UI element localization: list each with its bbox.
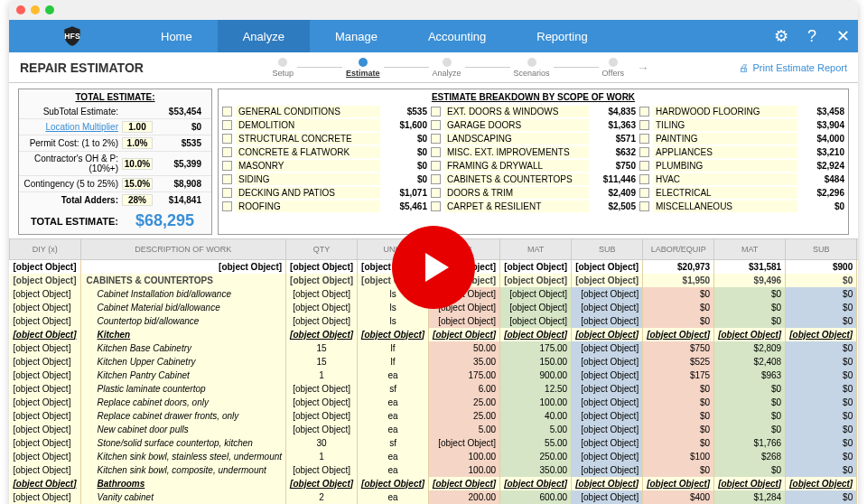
step-scenarios[interactable]: Scenarios <box>514 58 550 78</box>
scope-checkbox[interactable] <box>639 174 649 184</box>
scope-checkbox[interactable] <box>431 134 441 144</box>
scope-checkbox[interactable] <box>639 147 649 157</box>
scope-checkbox[interactable] <box>639 161 649 171</box>
table-cell: 200.00 <box>429 490 500 504</box>
table-cell: $0 <box>857 396 858 409</box>
scope-item-name[interactable]: HARDWOOD FLOORING <box>653 106 797 117</box>
close-icon[interactable]: ✕ <box>827 20 858 52</box>
table-cell: Kitchen <box>80 328 286 341</box>
scope-checkbox[interactable] <box>222 107 232 117</box>
table-cell: $0 <box>786 382 857 396</box>
scope-item-name[interactable]: ROOFING <box>236 201 380 212</box>
help-icon[interactable]: ? <box>797 20 827 52</box>
column-header[interactable]: DESCRIPTION OF WORK <box>80 239 286 260</box>
estimate-row-label[interactable]: Location Multiplier <box>23 122 122 132</box>
scope-item-name[interactable]: ELECTRICAL <box>653 187 797 199</box>
scope-checkbox[interactable] <box>639 134 649 144</box>
table-cell: ls <box>358 314 429 328</box>
scope-item-name[interactable]: DECKING AND PATIOS <box>236 187 380 199</box>
column-header[interactable]: MAT <box>714 239 786 260</box>
table-cell: $400 <box>643 490 714 504</box>
table-cell: [object Object] <box>286 382 358 396</box>
scope-item-name[interactable]: STRUCTURAL CONCRETE <box>236 133 380 145</box>
estimate-pct-input[interactable]: 1.00 <box>122 121 153 133</box>
scope-item-name[interactable]: DEMOLITION <box>236 119 380 131</box>
scope-item-name[interactable]: PAINTING <box>653 133 797 145</box>
scope-checkbox[interactable] <box>222 174 232 184</box>
print-report-button[interactable]: 🖨 Print Estimate Report <box>739 62 847 73</box>
table-cell: [object Object] <box>286 301 358 314</box>
scope-item-name[interactable]: LANDSCAPING <box>444 133 589 145</box>
column-header[interactable]: DIY SAVINGS <box>857 239 858 260</box>
scope-checkbox[interactable] <box>431 161 441 171</box>
scope-checkbox[interactable] <box>639 188 649 198</box>
scope-checkbox[interactable] <box>431 188 441 198</box>
scope-item-name[interactable]: MASONRY <box>236 160 380 172</box>
scope-checkbox[interactable] <box>222 161 232 171</box>
table-cell: $175 <box>643 369 714 382</box>
scope-item-name[interactable]: CABINETS & COUNTERTOPS <box>444 173 589 185</box>
column-header[interactable]: MAT <box>500 239 572 260</box>
estimate-pct-input[interactable]: 1.0% <box>122 137 153 149</box>
scope-checkbox[interactable] <box>431 107 441 117</box>
scope-checkbox[interactable] <box>431 147 441 157</box>
scope-checkbox[interactable] <box>222 201 232 211</box>
scope-item-name[interactable]: FRAMING & DRYWALL <box>444 160 589 172</box>
column-header[interactable]: SUB <box>572 239 643 260</box>
nav-home[interactable]: Home <box>135 20 218 52</box>
estimate-pct-input[interactable]: 28% <box>122 194 153 206</box>
scope-item-name[interactable]: TILING <box>653 119 797 131</box>
nav-analyze[interactable]: Analyze <box>218 20 310 52</box>
scope-item-name[interactable]: MISCELLANEOUS <box>653 201 797 212</box>
scope-checkbox[interactable] <box>639 120 649 130</box>
scope-checkbox[interactable] <box>222 120 232 130</box>
scope-item-name[interactable]: MISC. EXT. IMPROVEMENTS <box>444 146 589 158</box>
scope-checkbox[interactable] <box>431 174 441 184</box>
scope-checkbox[interactable] <box>639 107 649 117</box>
scope-item-name[interactable]: HVAC <box>653 173 797 185</box>
scope-item-name[interactable]: CARPET & RESILIENT <box>444 201 589 212</box>
column-header[interactable]: QTY <box>286 239 358 260</box>
scope-checkbox[interactable] <box>431 201 441 211</box>
estimate-row-value: $14,841 <box>154 195 201 205</box>
step-analyze[interactable]: Analyze <box>433 58 461 78</box>
scope-checkbox[interactable] <box>222 147 232 157</box>
table-cell: [object Object] <box>429 314 500 328</box>
table-cell: [object Object] <box>10 423 81 436</box>
scope-item-name[interactable]: CONCRETE & FLATWORK <box>236 146 380 158</box>
column-header[interactable]: SUB <box>786 239 857 260</box>
scope-checkbox[interactable] <box>431 120 441 130</box>
nav-manage[interactable]: Manage <box>310 20 403 52</box>
estimate-pct-input[interactable]: 10.0% <box>122 158 153 170</box>
scope-item-name[interactable]: DOORS & TRIM <box>444 187 589 199</box>
table-cell: Kitchen sink bowl, composite, undermount <box>80 463 286 477</box>
step-estimate[interactable]: Estimate <box>346 58 380 78</box>
scope-item-amount: $11,446 <box>592 174 636 184</box>
play-video-button[interactable] <box>392 226 475 309</box>
step-setup[interactable]: Setup <box>272 58 294 78</box>
scope-item-name[interactable]: SIDING <box>236 173 380 185</box>
table-cell: $0 <box>857 314 858 328</box>
table-cell: 150.00 <box>500 355 572 369</box>
close-dot[interactable] <box>16 5 25 14</box>
minimize-dot[interactable] <box>31 5 40 14</box>
step-offers[interactable]: Offers <box>602 58 624 78</box>
table-cell: [object Object] <box>500 260 572 274</box>
scope-checkbox[interactable] <box>222 134 232 144</box>
scope-item-name[interactable]: PLUMBING <box>653 160 797 172</box>
nav-accounting[interactable]: Accounting <box>403 20 511 52</box>
scope-item-amount: $0 <box>384 161 427 171</box>
estimate-pct-input[interactable]: 15.0% <box>122 178 153 190</box>
scope-item-name[interactable]: GARAGE DOORS <box>444 119 589 131</box>
zoom-dot[interactable] <box>45 5 54 14</box>
scope-item-name[interactable]: GENERAL CONDITIONS <box>236 106 380 117</box>
scope-item-name[interactable]: APPLIANCES <box>653 146 797 158</box>
scope-checkbox[interactable] <box>222 188 232 198</box>
column-header[interactable]: LABOR/EQUIP <box>643 239 714 260</box>
gear-icon[interactable]: ⚙ <box>766 20 797 52</box>
nav-reporting[interactable]: Reporting <box>511 20 612 52</box>
column-header[interactable]: DIY (x) <box>10 239 81 260</box>
scope-checkbox[interactable] <box>639 201 649 211</box>
table-cell: 40.00 <box>500 409 572 423</box>
scope-item-name[interactable]: EXT. DOORS & WINDOWS <box>444 106 589 117</box>
